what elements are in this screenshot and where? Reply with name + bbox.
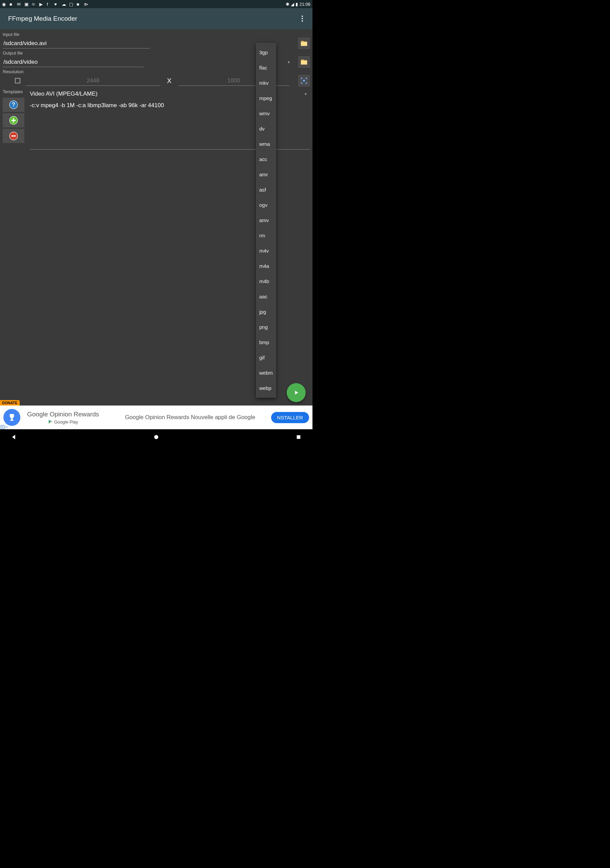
format-option-asf[interactable]: asf [256, 182, 276, 197]
resolution-separator: X [163, 77, 176, 85]
format-option-gif[interactable]: gif [256, 350, 276, 365]
input-file-field[interactable] [3, 39, 150, 48]
ad-description: Google Opinion Rewards Nouvelle appli de… [109, 414, 271, 421]
expand-icon [300, 77, 308, 85]
wifi-icon: ◢ [291, 2, 294, 7]
play-store-icon [48, 419, 53, 424]
battery-icon: ▮ [296, 2, 298, 7]
donate-button[interactable]: DONATE [0, 400, 20, 406]
play-icon [293, 389, 300, 396]
ad-title: Google Opinion Rewards [27, 411, 99, 418]
status-left-icons: ◉ ■ ✉ ▣ ፨ ▶ f ♥ ☁ ▢ ■ ⧐ [2, 2, 89, 6]
plus-icon [9, 116, 18, 125]
dots-icon: ፨ [32, 2, 37, 6]
bluetooth-icon: ✱ [286, 2, 290, 7]
home-icon [153, 434, 159, 440]
recents-button[interactable] [295, 433, 302, 441]
sync-icon: ◉ [2, 2, 7, 6]
ad-app-icon [3, 409, 20, 426]
template-help-button[interactable]: ? [3, 98, 25, 112]
format-option-webm[interactable]: webm [256, 365, 276, 380]
square3-icon: ■ [77, 2, 81, 6]
recents-icon [296, 434, 301, 440]
folder-icon [299, 58, 309, 66]
svg-rect-0 [303, 80, 305, 82]
resolution-checkbox[interactable] [15, 78, 20, 84]
format-option-jpg[interactable]: jpg [256, 304, 276, 319]
format-option-rm[interactable]: rm [256, 228, 276, 243]
output-file-field[interactable] [3, 57, 144, 67]
back-icon [11, 434, 17, 440]
square-icon: ■ [9, 2, 14, 6]
template-dropdown-arrow[interactable]: ▼ [303, 92, 308, 96]
square2-icon: ▢ [69, 2, 74, 6]
template-remove-button[interactable] [3, 129, 25, 143]
resolution-width-field[interactable] [26, 76, 160, 86]
cloud-icon: ☁ [62, 2, 67, 6]
folder-icon [299, 40, 309, 47]
ad-left: Google Opinion Rewards Google Play [27, 411, 99, 425]
format-option-aac[interactable]: aac [256, 289, 276, 304]
svg-point-5 [154, 435, 158, 439]
format-option-webp[interactable]: webp [256, 380, 276, 396]
status-bar: ◉ ■ ✉ ▣ ፨ ▶ f ♥ ☁ ▢ ■ ⧐ ✱ ◢ ▮ 21:06 [0, 0, 313, 8]
output-format-dropdown-arrow[interactable]: ▼ [286, 60, 291, 64]
heart-icon: ♥ [54, 2, 59, 6]
format-option-m4a[interactable]: m4a [256, 258, 276, 274]
status-right-icons: ✱ ◢ ▮ 21:06 [286, 2, 310, 7]
svg-text:?: ? [12, 101, 15, 107]
format-option-mkv[interactable]: mkv [256, 75, 276, 90]
format-option-amv[interactable]: amv [256, 212, 276, 228]
ad-banner[interactable]: Google Opinion Rewards Google Play Googl… [0, 406, 313, 429]
resolution-detect-button[interactable] [298, 75, 310, 87]
template-add-button[interactable] [3, 113, 25, 127]
home-button[interactable] [153, 433, 160, 441]
format-option-mpeg[interactable]: mpeg [256, 90, 276, 106]
youtube-icon: ▶ [39, 2, 44, 6]
more-menu-button[interactable] [298, 15, 307, 23]
svg-rect-6 [297, 436, 300, 439]
browse-output-button[interactable] [298, 56, 310, 68]
run-button[interactable] [287, 383, 306, 402]
back-button[interactable] [10, 433, 18, 441]
format-option-acc[interactable]: acc [256, 152, 276, 167]
format-option-amr[interactable]: amr [256, 167, 276, 182]
minus-icon [9, 132, 18, 140]
ad-choices-icon[interactable]: ✕ ▷ [1, 425, 8, 429]
format-dropdown-popup[interactable]: 3gpflacmkvmpegwmvdvwmaaccamrasfogvamvrmm… [256, 43, 276, 398]
help-icon: ? [9, 100, 18, 109]
format-option-dv[interactable]: dv [256, 121, 276, 136]
input-file-label: Input file [3, 32, 310, 37]
format-option-flac[interactable]: flac [256, 60, 276, 75]
format-option-wmv[interactable]: wmv [256, 106, 276, 121]
system-nav-bar [0, 429, 313, 445]
facebook-icon: f [47, 2, 51, 6]
app-title: FFmpeg Media Encoder [8, 15, 77, 22]
check-icon: ⧐ [84, 2, 89, 6]
format-option-bmp[interactable]: bmp [256, 335, 276, 350]
format-option-png[interactable]: png [256, 319, 276, 335]
format-option-m4b[interactable]: m4b [256, 274, 276, 289]
ad-install-button[interactable]: NSTALLER [271, 412, 309, 423]
ad-store: Google Play [48, 419, 78, 425]
image-icon: ▣ [25, 2, 29, 6]
status-time: 21:06 [299, 2, 310, 7]
format-option-wma[interactable]: wma [256, 136, 276, 152]
templates-label: Templates [3, 89, 28, 94]
browse-input-button[interactable] [298, 38, 310, 49]
format-option-3gp[interactable]: 3gp [256, 45, 276, 60]
format-option-m4v[interactable]: m4v [256, 243, 276, 258]
gmail-icon: ✉ [17, 2, 22, 6]
app-bar: FFmpeg Media Encoder [0, 8, 313, 29]
format-option-ogv[interactable]: ogv [256, 197, 276, 212]
trophy-icon [7, 412, 17, 423]
